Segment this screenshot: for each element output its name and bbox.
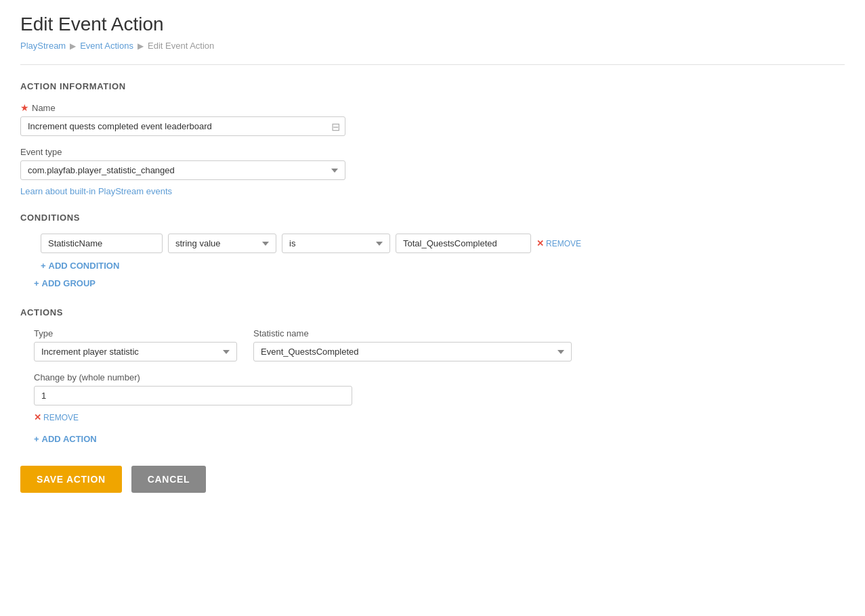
type-label: Type <box>34 328 237 338</box>
statistic-name-label: Statistic name <box>253 328 572 338</box>
action-remove-link[interactable]: ✕ REMOVE <box>34 412 845 422</box>
action-information-section: ACTION INFORMATION ★ Name ⊟ Event type c… <box>20 81 845 196</box>
add-condition-link[interactable]: + ADD CONDITION <box>41 261 119 271</box>
add-group-wrap: + ADD GROUP <box>34 278 845 288</box>
remove-action-wrap: ✕ REMOVE <box>34 412 845 422</box>
learn-link[interactable]: Learn about built-in PlayStream events <box>20 186 172 196</box>
type-field: Type Increment player statistic Decremen… <box>34 328 237 361</box>
breadcrumb: PlayStream ▶ Event Actions ▶ Edit Event … <box>20 41 845 51</box>
condition-field-input[interactable] <box>41 234 163 253</box>
change-by-label: Change by (whole number) <box>34 372 845 382</box>
action-type-row: Type Increment player statistic Decremen… <box>34 328 845 361</box>
conditions-title: CONDITIONS <box>20 213 845 223</box>
conditions-section: CONDITIONS string value number value boo… <box>20 213 845 288</box>
condition-value-input[interactable] <box>396 234 531 253</box>
save-action-button[interactable]: SAVE ACTION <box>20 466 122 493</box>
divider <box>20 64 845 65</box>
statistic-name-field: Statistic name Event_QuestsCompleted <box>253 328 572 361</box>
breadcrumb-root[interactable]: PlayStream <box>20 41 66 51</box>
add-group-plus: + <box>34 278 39 288</box>
action-remove-x-icon: ✕ <box>34 412 41 422</box>
breadcrumb-parent[interactable]: Event Actions <box>80 41 133 51</box>
type-select[interactable]: Increment player statistic Decrement pla… <box>34 342 237 361</box>
page-title: Edit Event Action <box>20 14 845 35</box>
breadcrumb-sep1: ▶ <box>70 41 76 51</box>
add-condition-wrap: + ADD CONDITION <box>41 260 845 271</box>
add-action-plus: + <box>34 434 39 444</box>
condition-type-select[interactable]: string value number value boolean value <box>168 234 276 253</box>
event-type-select[interactable]: com.playfab.player_statistic_changed <box>20 160 345 180</box>
breadcrumb-sep2: ▶ <box>138 41 144 51</box>
name-label: ★ Name <box>20 102 845 113</box>
action-information-title: ACTION INFORMATION <box>20 81 845 91</box>
name-input[interactable] <box>20 116 345 136</box>
remove-x-icon: ✕ <box>536 238 544 248</box>
actions-title: ACTIONS <box>20 307 845 317</box>
add-group-link[interactable]: + ADD GROUP <box>34 278 96 288</box>
change-by-input[interactable] <box>34 386 352 405</box>
footer-buttons: SAVE ACTION CANCEL <box>20 466 845 493</box>
change-by-section: Change by (whole number) <box>34 372 845 405</box>
actions-section: ACTIONS Type Increment player statistic … <box>20 307 845 444</box>
condition-operator-select[interactable]: is is not contains starts with <box>282 234 390 253</box>
name-input-icon: ⊟ <box>331 120 340 133</box>
required-star: ★ <box>20 102 29 113</box>
cancel-button[interactable]: CANCEL <box>131 466 207 493</box>
condition-row: string value number value boolean value … <box>41 234 845 253</box>
page-container: Edit Event Action PlayStream ▶ Event Act… <box>0 0 865 520</box>
add-action-wrap: + ADD ACTION <box>34 433 845 444</box>
event-type-label: Event type <box>20 147 845 157</box>
add-condition-plus: + <box>41 261 46 271</box>
statistic-name-select[interactable]: Event_QuestsCompleted <box>253 342 572 361</box>
add-action-link[interactable]: + ADD ACTION <box>34 434 97 444</box>
breadcrumb-current: Edit Event Action <box>148 41 214 51</box>
condition-remove-link[interactable]: ✕ REMOVE <box>536 238 581 248</box>
